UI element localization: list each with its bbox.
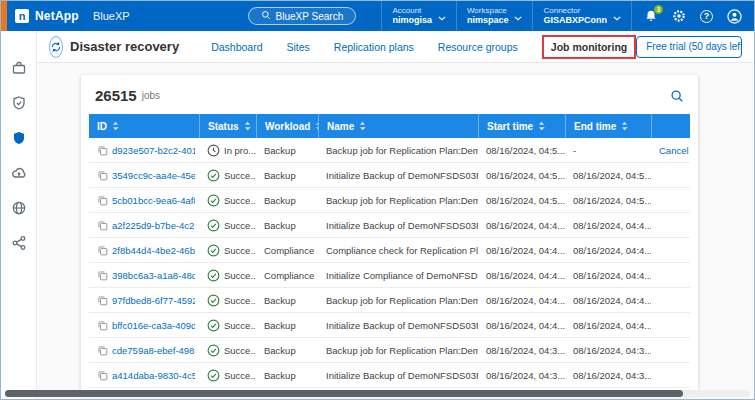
column-label: Status — [208, 121, 239, 132]
job-id[interactable]: 2f8b44d4-4be2-46b — [112, 245, 195, 256]
tab-dashboard[interactable]: Dashboard — [211, 41, 262, 53]
job-id-cell[interactable]: bffc016e-ca3a-409d — [89, 320, 199, 331]
main-area: Disaster recovery Dashboard Sites Replic… — [37, 31, 754, 400]
success-icon — [207, 294, 220, 307]
copy-icon[interactable] — [97, 245, 108, 256]
job-status-cell: Succe... — [199, 344, 256, 357]
job-id-cell[interactable]: 2f8b44d4-4be2-46b — [89, 245, 199, 256]
column-header-end-time[interactable]: End time — [565, 114, 651, 138]
job-id[interactable]: bffc016e-ca3a-409d — [112, 320, 195, 331]
job-id[interactable]: a2f225d9-b7be-4c2... — [112, 220, 195, 231]
job-id-cell[interactable]: d923e507-b2c2-401 — [89, 145, 199, 156]
success-icon — [207, 194, 220, 207]
job-id[interactable]: 3549cc9c-aa4e-45e — [112, 170, 195, 181]
job-id[interactable]: cde759a8-ebef-498- — [112, 345, 195, 356]
job-status-cell: Succe... — [199, 319, 256, 332]
sort-icon[interactable] — [244, 121, 251, 131]
job-end-time: 08/16/2024, 04:4... — [565, 220, 651, 231]
cloud-icon[interactable] — [8, 162, 30, 184]
copy-icon[interactable] — [97, 320, 108, 331]
job-id[interactable]: 97fdbed8-6f77-4592 — [112, 295, 195, 306]
workspace-selector[interactable]: Workspace nimspace — [456, 1, 533, 31]
job-id[interactable]: 5cb01bcc-9ea6-4af8 — [112, 195, 195, 206]
horizontal-scrollbar-thumb[interactable] — [5, 390, 683, 397]
job-id[interactable]: a414daba-9830-4c5 — [112, 370, 195, 381]
column-header-status[interactable]: Status — [199, 114, 256, 138]
job-id[interactable]: 398bc6a3-a1a8-48d — [112, 270, 195, 281]
copy-icon[interactable] — [97, 170, 108, 181]
sort-icon[interactable] — [359, 121, 366, 131]
tab-sites[interactable]: Sites — [287, 41, 310, 53]
job-id-cell[interactable]: 97fdbed8-6f77-4592 — [89, 295, 199, 306]
tab-replication-plans[interactable]: Replication plans — [334, 41, 414, 53]
copy-icon[interactable] — [97, 370, 108, 381]
job-start-time: 08/16/2024, 04:3... — [478, 345, 565, 356]
share-network-icon[interactable] — [8, 232, 30, 254]
copy-icon[interactable] — [97, 270, 108, 281]
table-search-icon[interactable] — [670, 89, 684, 103]
job-id-cell[interactable]: 3549cc9c-aa4e-45e — [89, 170, 199, 181]
column-label: Start time — [487, 121, 533, 132]
bluexp-search-button[interactable]: BlueXP Search — [248, 7, 357, 25]
brand: n NetApp BlueXP — [15, 9, 130, 23]
job-id-cell[interactable]: cde759a8-ebef-498- — [89, 345, 199, 356]
cancel-job-link[interactable]: Cancel job? — [659, 145, 690, 156]
free-trial-label[interactable]: Free trial (50 days left) - View details — [637, 37, 742, 57]
jobs-count-label: jobs — [142, 90, 160, 101]
dr-tabs: Dashboard Sites Replication plans Resour… — [211, 35, 636, 59]
job-status: Succe... — [224, 320, 256, 331]
copy-icon[interactable] — [97, 195, 108, 206]
column-label: ID — [97, 121, 107, 132]
sort-icon[interactable] — [112, 121, 119, 131]
column-label: Workload — [265, 121, 310, 132]
shield-filled-icon[interactable] — [8, 127, 30, 149]
column-header-id[interactable]: ID — [89, 114, 199, 138]
user-avatar-icon[interactable] — [727, 9, 742, 24]
tab-resource-groups[interactable]: Resource groups — [438, 41, 518, 53]
briefcase-icon[interactable] — [8, 57, 30, 79]
tab-job-monitoring[interactable]: Job monitoring — [551, 41, 627, 53]
sort-icon[interactable] — [621, 121, 628, 131]
job-start-time: 08/16/2024, 04:4... — [478, 270, 565, 281]
brand-name: NetApp — [35, 9, 79, 23]
globe-icon[interactable] — [8, 197, 30, 219]
left-sidebar — [1, 31, 37, 400]
success-icon — [207, 344, 220, 357]
column-header-workload[interactable]: Workload — [256, 114, 318, 138]
job-id-cell[interactable]: 398bc6a3-a1a8-48d — [89, 270, 199, 281]
settings-gear-icon[interactable] — [672, 9, 686, 23]
account-selector[interactable]: Account nimogisa — [381, 1, 456, 31]
shield-check-icon[interactable] — [8, 92, 30, 114]
copy-icon[interactable] — [97, 345, 108, 356]
copy-icon[interactable] — [97, 220, 108, 231]
job-id-cell[interactable]: 5cb01bcc-9ea6-4af8 — [89, 195, 199, 206]
column-header-actions — [651, 114, 690, 138]
job-status-cell: Succe... — [199, 219, 256, 232]
connector-selector[interactable]: Connector GISABXPConn — [532, 1, 631, 31]
column-header-start-time[interactable]: Start time — [478, 114, 565, 138]
column-header-name[interactable]: Name — [318, 114, 478, 138]
notifications-bell-icon[interactable]: 3 — [644, 9, 658, 23]
table-row: 3549cc9c-aa4e-45eSucce...BackupInitializ… — [89, 163, 690, 188]
top-header: n NetApp BlueXP BlueXP Search Account ni… — [1, 1, 754, 31]
success-icon — [207, 319, 220, 332]
sort-icon[interactable] — [538, 121, 545, 131]
success-icon — [207, 169, 220, 182]
job-monitoring-highlight-box: Job monitoring — [542, 35, 636, 59]
bluexp-app-window: n NetApp BlueXP BlueXP Search Account ni… — [0, 0, 755, 400]
job-status: Succe... — [224, 220, 256, 231]
job-status-cell: Succe... — [199, 269, 256, 282]
job-id[interactable]: d923e507-b2c2-401 — [112, 145, 195, 156]
connector-value: GISABXPConn — [543, 15, 607, 25]
job-end-time: 08/16/2024, 04:4... — [565, 245, 651, 256]
job-id-cell[interactable]: a414daba-9830-4c5 — [89, 370, 199, 381]
job-id-cell[interactable]: a2f225d9-b7be-4c2... — [89, 220, 199, 231]
copy-icon[interactable] — [97, 145, 108, 156]
job-start-time: 08/16/2024, 04:5... — [478, 145, 565, 156]
copy-icon[interactable] — [97, 295, 108, 306]
horizontal-scrollbar-track[interactable] — [5, 390, 750, 397]
job-end-time: - — [565, 145, 651, 156]
job-start-time: 08/16/2024, 04:5... — [478, 170, 565, 181]
header-right-cluster: Account nimogisa Workspace nimspace Conn… — [381, 1, 754, 31]
help-icon[interactable]: ? — [700, 10, 713, 23]
